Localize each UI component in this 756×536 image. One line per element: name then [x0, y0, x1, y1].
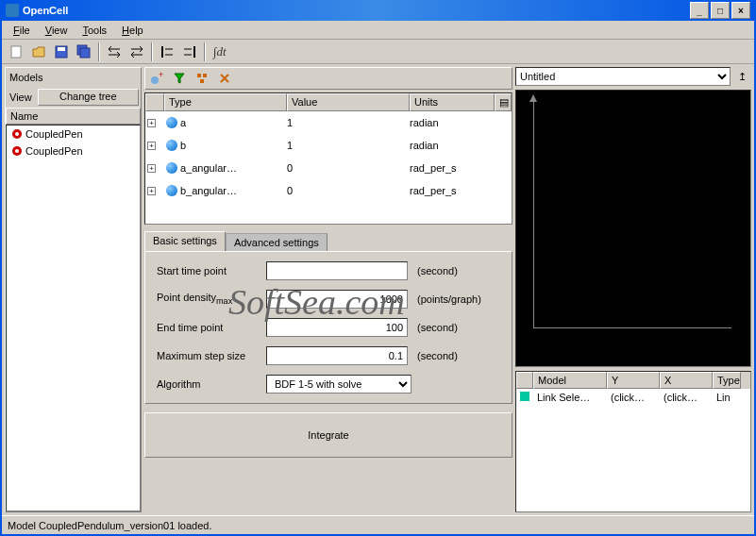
menu-view[interactable]: View: [38, 23, 76, 38]
svg-point-8: [15, 132, 19, 136]
graph-select[interactable]: Untitled: [515, 67, 731, 86]
col-x[interactable]: X: [660, 372, 713, 389]
tab-advanced[interactable]: Advanced settings: [226, 233, 328, 251]
algorithm-select[interactable]: BDF 1-5 with solve: [266, 375, 412, 394]
x-axis: [533, 327, 731, 328]
table-row[interactable]: +a_angular…0rad_per_s: [145, 157, 512, 179]
series-model: Link Sele…: [533, 391, 607, 404]
model-tree[interactable]: CoupledPen CoupledPen: [6, 125, 141, 511]
tree-node-label: CoupledPen: [25, 128, 83, 140]
var-units: rad_per_s: [410, 162, 512, 174]
expand-icon[interactable]: +: [147, 164, 156, 173]
var-name: b_angular…: [180, 185, 237, 196]
statusbar: Model CoupledPendulum_version01 loaded.: [2, 515, 754, 534]
table-row[interactable]: +a1radian: [145, 111, 512, 134]
var-value: 0: [287, 185, 410, 196]
maximize-button[interactable]: □: [711, 2, 730, 19]
models-panel: Models View Change tree Name CoupledPen …: [5, 67, 142, 512]
menu-file[interactable]: File: [6, 23, 38, 38]
y-axis: [533, 100, 534, 328]
filter-icon[interactable]: [170, 69, 189, 88]
tree-node[interactable]: CoupledPen: [7, 142, 140, 159]
main-area: SoftSea.com Models View Change tree Name…: [2, 64, 754, 515]
col-units[interactable]: Units: [410, 93, 495, 111]
var-value: 1: [287, 117, 410, 128]
svg-rect-13: [197, 74, 201, 77]
var-icon: [166, 185, 177, 196]
col-value[interactable]: Value: [287, 93, 410, 111]
open-icon[interactable]: [28, 42, 49, 62]
integrate-button[interactable]: Integrate: [144, 412, 512, 458]
titlebar: OpenCell _ □ ×: [2, 0, 754, 21]
col-color[interactable]: [516, 372, 533, 389]
status-text: Model CoupledPendulum_version01 loaded.: [8, 520, 211, 531]
col-type2[interactable]: Type: [713, 372, 741, 389]
var-units: rad_per_s: [410, 185, 512, 196]
svg-rect-0: [11, 46, 21, 58]
save-icon[interactable]: [51, 42, 72, 62]
change-tree-button[interactable]: Change tree: [38, 89, 139, 106]
tree-node-label: CoupledPen: [25, 145, 83, 157]
var-units: radian: [410, 117, 512, 128]
var-units: radian: [410, 140, 512, 151]
col-expand[interactable]: [145, 93, 164, 111]
end-time-label: End time point: [157, 322, 260, 333]
maxstep-input[interactable]: [266, 346, 408, 365]
maxstep-unit: (second): [413, 350, 458, 361]
tab-basic[interactable]: Basic settings: [144, 231, 226, 251]
settings-section: Basic settings Advanced settings Start t…: [144, 227, 512, 404]
tree-node[interactable]: CoupledPen: [7, 126, 140, 142]
start-time-label: Start time point: [157, 265, 260, 276]
start-time-unit: (second): [413, 265, 458, 276]
extend-left-icon[interactable]: [157, 42, 177, 62]
var-value: 0: [287, 162, 410, 174]
expand-icon[interactable]: +: [147, 119, 156, 127]
swap-right-icon[interactable]: [126, 42, 147, 62]
expand-icon[interactable]: +: [147, 142, 156, 150]
svg-point-10: [15, 149, 19, 153]
extend-right-icon[interactable]: [179, 42, 200, 62]
end-time-unit: (second): [413, 322, 458, 333]
svg-rect-15: [200, 79, 204, 83]
series-x[interactable]: (click…: [660, 391, 713, 404]
swap-left-icon[interactable]: [104, 42, 125, 62]
col-type[interactable]: Type: [164, 93, 287, 111]
end-time-input[interactable]: [266, 318, 408, 337]
menubar: File View Tools Help: [2, 21, 754, 40]
new-icon[interactable]: [6, 42, 26, 62]
start-time-input[interactable]: [266, 261, 408, 280]
table-row[interactable]: +b_angular…0rad_per_s: [145, 179, 512, 202]
svg-rect-4: [80, 48, 90, 58]
menu-tools[interactable]: Tools: [75, 23, 114, 38]
model-icon: [10, 144, 24, 158]
svg-rect-2: [58, 47, 65, 51]
app-icon: [6, 4, 19, 17]
saveall-icon[interactable]: [74, 42, 94, 62]
list-row[interactable]: Link Sele… (click… (click… Lin: [516, 389, 750, 406]
name-column-header[interactable]: Name: [6, 108, 141, 125]
algorithm-label: Algorithm: [157, 378, 260, 390]
density-input[interactable]: [266, 290, 408, 309]
graph-add-icon[interactable]: ↥: [732, 67, 751, 86]
var-name: a_angular…: [180, 162, 237, 174]
menu-help[interactable]: Help: [114, 23, 151, 38]
series-y[interactable]: (click…: [607, 391, 660, 404]
expand-icon[interactable]: +: [147, 187, 156, 195]
graph-canvas[interactable]: [515, 90, 751, 367]
cross-icon[interactable]: [215, 69, 234, 88]
series-list: Model Y X Type Link Sele… (click… (click…: [515, 371, 751, 512]
col-y[interactable]: Y: [607, 372, 660, 389]
variables-table: Type Value Units ▤ +a1radian+b1radian+a_…: [144, 92, 512, 225]
col-model[interactable]: Model: [533, 372, 607, 389]
center-toolbar: +: [144, 67, 512, 90]
density-label: Point densitymax: [157, 292, 260, 306]
density-unit: (points/graph): [413, 293, 481, 305]
table-row[interactable]: +b1radian: [145, 134, 512, 157]
view-label: View: [8, 90, 34, 105]
add-var-icon[interactable]: +: [147, 69, 166, 88]
integrate-label: ∫dt: [210, 44, 230, 59]
minimize-button[interactable]: _: [690, 2, 709, 19]
struct-icon[interactable]: [193, 69, 211, 88]
col-menu-icon[interactable]: ▤: [495, 93, 512, 111]
close-button[interactable]: ×: [731, 2, 750, 19]
